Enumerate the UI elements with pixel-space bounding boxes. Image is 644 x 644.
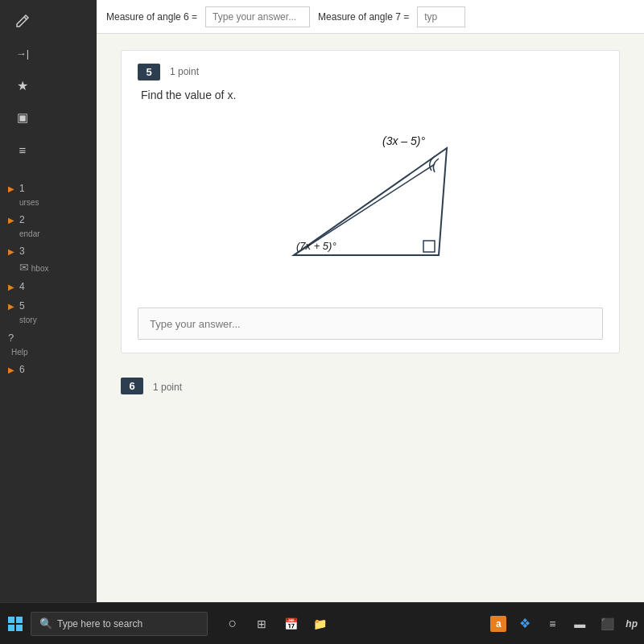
svg-rect-4 <box>8 617 14 623</box>
taskbar-search-text: Type here to search <box>57 618 142 630</box>
taskbar-search-bar[interactable]: 🔍 Type here to search <box>31 612 208 636</box>
search-icon: 🔍 <box>39 617 52 630</box>
answer-input-5[interactable] <box>138 308 603 340</box>
taskbar: 🔍 Type here to search ○ ⊞ 📅 📁 a ❖ ≡ ▬ ⬛ … <box>0 602 644 644</box>
question-6-preview: 6 1 point <box>121 369 620 402</box>
taskbar-folder-icon[interactable]: 📁 <box>311 615 328 633</box>
question-5-points: 1 point <box>170 66 199 77</box>
nav-label-courses: urses <box>0 198 97 210</box>
q-item-5[interactable]: ▶ 5 <box>0 296 97 316</box>
svg-text:(3x – 5)°: (3x – 5)° <box>382 134 425 147</box>
taskbar-windows-icon[interactable] <box>6 615 24 633</box>
angle7-label: Measure of angle 7 = <box>318 11 409 23</box>
angle6-label: Measure of angle 6 = <box>106 11 197 23</box>
sidebar-star-icon[interactable]: ★ <box>6 71 39 100</box>
sidebar: →| ★ ▣ ≡ ▶ 1 urses ▶ 2 endar ▶ 3 ✉ hbox … <box>0 0 97 602</box>
svg-rect-5 <box>16 617 23 623</box>
question-5-text: Find the value of x. <box>141 89 603 101</box>
taskbar-minimize-icon[interactable]: ▬ <box>571 615 588 633</box>
q-item-6[interactable]: ? <box>0 328 97 348</box>
top-bar: Measure of angle 6 = Measure of angle 7 … <box>97 0 644 34</box>
q-item-3[interactable]: ▶ 3 <box>0 242 97 261</box>
nav-label-help: Help <box>0 348 97 360</box>
svg-rect-6 <box>8 625 14 631</box>
sidebar-arrow-icon[interactable]: →| <box>6 39 39 68</box>
angle6-input[interactable] <box>205 6 310 27</box>
question-list: ▶ 1 urses ▶ 2 endar ▶ 3 ✉ hbox ▶ 4 ▶ 5 s… <box>0 179 97 379</box>
nav-label-calendar: endar <box>0 229 97 242</box>
main-content: Measure of angle 6 = Measure of angle 7 … <box>97 0 644 602</box>
taskbar-dropbox-icon[interactable]: ❖ <box>516 615 534 633</box>
question-5-badge: 5 <box>138 64 160 80</box>
svg-rect-7 <box>16 625 23 631</box>
taskbar-circle-icon[interactable]: ○ <box>224 615 242 633</box>
taskbar-letter-a[interactable]: a <box>490 616 506 632</box>
svg-text:(7x + 5)°: (7x + 5)° <box>296 240 336 252</box>
triangle-diagram: (3x – 5)° (7x + 5)° <box>258 114 483 291</box>
content-area: 5 1 point Find the value of x. <box>97 34 644 602</box>
hp-logo: hp <box>625 618 638 630</box>
sidebar-home-icon[interactable] <box>6 6 39 35</box>
sidebar-square-icon[interactable]: ▣ <box>6 103 39 132</box>
q-item-6b[interactable]: ▶ 6 <box>0 360 97 379</box>
taskbar-app-icon[interactable]: ≡ <box>543 615 561 633</box>
q-item-1[interactable]: ▶ 1 <box>0 179 97 198</box>
question-5-header: 5 1 point <box>138 64 603 80</box>
taskbar-calendar-icon[interactable]: 📅 <box>282 615 299 633</box>
taskbar-grid-icon[interactable]: ⊞ <box>253 615 270 633</box>
question-5-block: 5 1 point Find the value of x. <box>121 50 620 353</box>
taskbar-icon-group: ○ ⊞ 📅 📁 <box>224 615 328 633</box>
nav-label-history: story <box>0 316 97 328</box>
sidebar-list-icon[interactable]: ≡ <box>6 135 39 164</box>
angle7-input[interactable] <box>417 6 465 27</box>
diagram-container: (3x – 5)° (7x + 5)° <box>138 114 603 291</box>
q-item-2[interactable]: ▶ 2 <box>0 210 97 229</box>
q-item-4[interactable]: ▶ 4 <box>0 277 97 296</box>
question-6-badge: 6 <box>121 378 143 394</box>
svg-rect-0 <box>423 241 435 252</box>
question-6-points: 1 point <box>153 382 182 393</box>
taskbar-square-icon[interactable]: ⬛ <box>598 615 616 633</box>
nav-label-inbox: ✉ hbox <box>0 261 97 277</box>
taskbar-right-group: a ❖ ≡ ▬ ⬛ hp <box>490 615 638 633</box>
